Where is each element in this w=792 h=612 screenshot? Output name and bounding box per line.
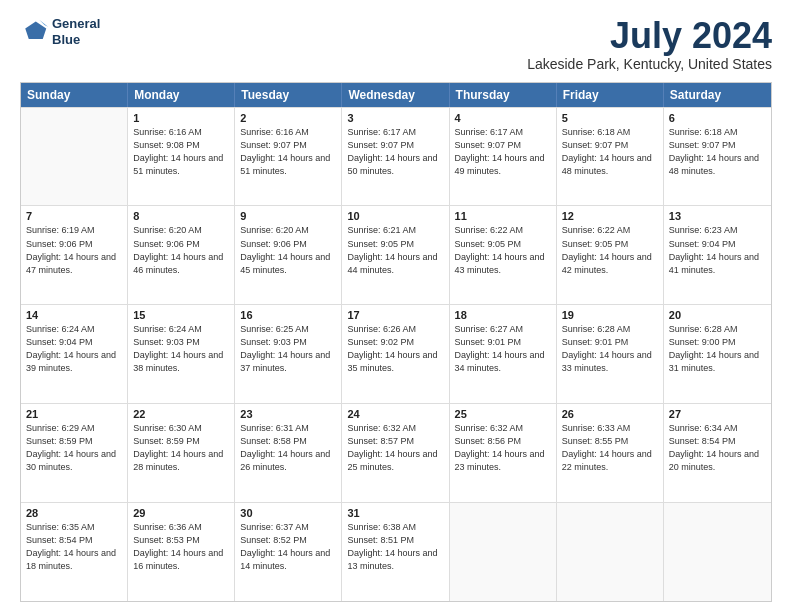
day-number: 28 xyxy=(26,507,122,519)
day-info: Sunrise: 6:24 AM Sunset: 9:04 PM Dayligh… xyxy=(26,323,122,375)
day-number: 18 xyxy=(455,309,551,321)
calendar-cell xyxy=(664,503,771,601)
calendar-cell: 2Sunrise: 6:16 AM Sunset: 9:07 PM Daylig… xyxy=(235,108,342,206)
day-number: 5 xyxy=(562,112,658,124)
calendar-cell: 18Sunrise: 6:27 AM Sunset: 9:01 PM Dayli… xyxy=(450,305,557,403)
day-number: 2 xyxy=(240,112,336,124)
day-number: 11 xyxy=(455,210,551,222)
day-number: 24 xyxy=(347,408,443,420)
calendar-cell: 9Sunrise: 6:20 AM Sunset: 9:06 PM Daylig… xyxy=(235,206,342,304)
day-info: Sunrise: 6:22 AM Sunset: 9:05 PM Dayligh… xyxy=(455,224,551,276)
day-number: 14 xyxy=(26,309,122,321)
day-number: 3 xyxy=(347,112,443,124)
day-number: 27 xyxy=(669,408,766,420)
day-info: Sunrise: 6:38 AM Sunset: 8:51 PM Dayligh… xyxy=(347,521,443,573)
day-number: 25 xyxy=(455,408,551,420)
calendar: SundayMondayTuesdayWednesdayThursdayFrid… xyxy=(20,82,772,602)
day-number: 8 xyxy=(133,210,229,222)
calendar-cell: 31Sunrise: 6:38 AM Sunset: 8:51 PM Dayli… xyxy=(342,503,449,601)
page: General Blue July 2024 Lakeside Park, Ke… xyxy=(0,0,792,612)
day-info: Sunrise: 6:22 AM Sunset: 9:05 PM Dayligh… xyxy=(562,224,658,276)
day-info: Sunrise: 6:29 AM Sunset: 8:59 PM Dayligh… xyxy=(26,422,122,474)
day-number: 12 xyxy=(562,210,658,222)
calendar-row: 14Sunrise: 6:24 AM Sunset: 9:04 PM Dayli… xyxy=(21,304,771,403)
day-info: Sunrise: 6:26 AM Sunset: 9:02 PM Dayligh… xyxy=(347,323,443,375)
logo: General Blue xyxy=(20,16,100,47)
day-info: Sunrise: 6:28 AM Sunset: 9:01 PM Dayligh… xyxy=(562,323,658,375)
day-number: 7 xyxy=(26,210,122,222)
calendar-cell: 21Sunrise: 6:29 AM Sunset: 8:59 PM Dayli… xyxy=(21,404,128,502)
calendar-cell: 24Sunrise: 6:32 AM Sunset: 8:57 PM Dayli… xyxy=(342,404,449,502)
calendar-header-cell: Sunday xyxy=(21,83,128,107)
day-number: 15 xyxy=(133,309,229,321)
calendar-row: 1Sunrise: 6:16 AM Sunset: 9:08 PM Daylig… xyxy=(21,107,771,206)
calendar-cell: 22Sunrise: 6:30 AM Sunset: 8:59 PM Dayli… xyxy=(128,404,235,502)
calendar-cell: 17Sunrise: 6:26 AM Sunset: 9:02 PM Dayli… xyxy=(342,305,449,403)
day-info: Sunrise: 6:20 AM Sunset: 9:06 PM Dayligh… xyxy=(133,224,229,276)
day-number: 26 xyxy=(562,408,658,420)
calendar-cell: 30Sunrise: 6:37 AM Sunset: 8:52 PM Dayli… xyxy=(235,503,342,601)
calendar-header: SundayMondayTuesdayWednesdayThursdayFrid… xyxy=(21,83,771,107)
main-title: July 2024 xyxy=(527,16,772,56)
day-info: Sunrise: 6:27 AM Sunset: 9:01 PM Dayligh… xyxy=(455,323,551,375)
day-info: Sunrise: 6:20 AM Sunset: 9:06 PM Dayligh… xyxy=(240,224,336,276)
day-number: 6 xyxy=(669,112,766,124)
title-block: July 2024 Lakeside Park, Kentucky, Unite… xyxy=(527,16,772,72)
day-number: 30 xyxy=(240,507,336,519)
day-info: Sunrise: 6:16 AM Sunset: 9:08 PM Dayligh… xyxy=(133,126,229,178)
calendar-cell: 26Sunrise: 6:33 AM Sunset: 8:55 PM Dayli… xyxy=(557,404,664,502)
calendar-cell xyxy=(557,503,664,601)
day-number: 13 xyxy=(669,210,766,222)
calendar-cell: 29Sunrise: 6:36 AM Sunset: 8:53 PM Dayli… xyxy=(128,503,235,601)
calendar-cell: 23Sunrise: 6:31 AM Sunset: 8:58 PM Dayli… xyxy=(235,404,342,502)
day-info: Sunrise: 6:18 AM Sunset: 9:07 PM Dayligh… xyxy=(669,126,766,178)
header: General Blue July 2024 Lakeside Park, Ke… xyxy=(20,16,772,72)
calendar-cell: 1Sunrise: 6:16 AM Sunset: 9:08 PM Daylig… xyxy=(128,108,235,206)
day-info: Sunrise: 6:21 AM Sunset: 9:05 PM Dayligh… xyxy=(347,224,443,276)
calendar-cell: 8Sunrise: 6:20 AM Sunset: 9:06 PM Daylig… xyxy=(128,206,235,304)
day-number: 1 xyxy=(133,112,229,124)
day-info: Sunrise: 6:18 AM Sunset: 9:07 PM Dayligh… xyxy=(562,126,658,178)
day-info: Sunrise: 6:36 AM Sunset: 8:53 PM Dayligh… xyxy=(133,521,229,573)
day-info: Sunrise: 6:28 AM Sunset: 9:00 PM Dayligh… xyxy=(669,323,766,375)
calendar-cell: 14Sunrise: 6:24 AM Sunset: 9:04 PM Dayli… xyxy=(21,305,128,403)
subtitle: Lakeside Park, Kentucky, United States xyxy=(527,56,772,72)
day-number: 4 xyxy=(455,112,551,124)
day-info: Sunrise: 6:17 AM Sunset: 9:07 PM Dayligh… xyxy=(455,126,551,178)
calendar-cell: 4Sunrise: 6:17 AM Sunset: 9:07 PM Daylig… xyxy=(450,108,557,206)
calendar-cell xyxy=(450,503,557,601)
calendar-header-cell: Tuesday xyxy=(235,83,342,107)
calendar-cell: 16Sunrise: 6:25 AM Sunset: 9:03 PM Dayli… xyxy=(235,305,342,403)
day-number: 10 xyxy=(347,210,443,222)
day-info: Sunrise: 6:16 AM Sunset: 9:07 PM Dayligh… xyxy=(240,126,336,178)
svg-marker-0 xyxy=(25,21,46,39)
day-info: Sunrise: 6:19 AM Sunset: 9:06 PM Dayligh… xyxy=(26,224,122,276)
calendar-cell: 20Sunrise: 6:28 AM Sunset: 9:00 PM Dayli… xyxy=(664,305,771,403)
day-number: 20 xyxy=(669,309,766,321)
calendar-cell: 6Sunrise: 6:18 AM Sunset: 9:07 PM Daylig… xyxy=(664,108,771,206)
logo-icon xyxy=(20,18,48,46)
calendar-header-cell: Thursday xyxy=(450,83,557,107)
day-info: Sunrise: 6:30 AM Sunset: 8:59 PM Dayligh… xyxy=(133,422,229,474)
calendar-cell: 3Sunrise: 6:17 AM Sunset: 9:07 PM Daylig… xyxy=(342,108,449,206)
day-number: 9 xyxy=(240,210,336,222)
calendar-cell: 19Sunrise: 6:28 AM Sunset: 9:01 PM Dayli… xyxy=(557,305,664,403)
calendar-cell xyxy=(21,108,128,206)
calendar-cell: 13Sunrise: 6:23 AM Sunset: 9:04 PM Dayli… xyxy=(664,206,771,304)
calendar-cell: 5Sunrise: 6:18 AM Sunset: 9:07 PM Daylig… xyxy=(557,108,664,206)
day-info: Sunrise: 6:31 AM Sunset: 8:58 PM Dayligh… xyxy=(240,422,336,474)
day-info: Sunrise: 6:37 AM Sunset: 8:52 PM Dayligh… xyxy=(240,521,336,573)
calendar-header-cell: Wednesday xyxy=(342,83,449,107)
calendar-row: 7Sunrise: 6:19 AM Sunset: 9:06 PM Daylig… xyxy=(21,205,771,304)
day-info: Sunrise: 6:25 AM Sunset: 9:03 PM Dayligh… xyxy=(240,323,336,375)
day-number: 17 xyxy=(347,309,443,321)
day-number: 29 xyxy=(133,507,229,519)
day-number: 23 xyxy=(240,408,336,420)
calendar-row: 21Sunrise: 6:29 AM Sunset: 8:59 PM Dayli… xyxy=(21,403,771,502)
day-info: Sunrise: 6:24 AM Sunset: 9:03 PM Dayligh… xyxy=(133,323,229,375)
calendar-cell: 7Sunrise: 6:19 AM Sunset: 9:06 PM Daylig… xyxy=(21,206,128,304)
day-number: 31 xyxy=(347,507,443,519)
day-number: 19 xyxy=(562,309,658,321)
day-info: Sunrise: 6:34 AM Sunset: 8:54 PM Dayligh… xyxy=(669,422,766,474)
day-info: Sunrise: 6:33 AM Sunset: 8:55 PM Dayligh… xyxy=(562,422,658,474)
